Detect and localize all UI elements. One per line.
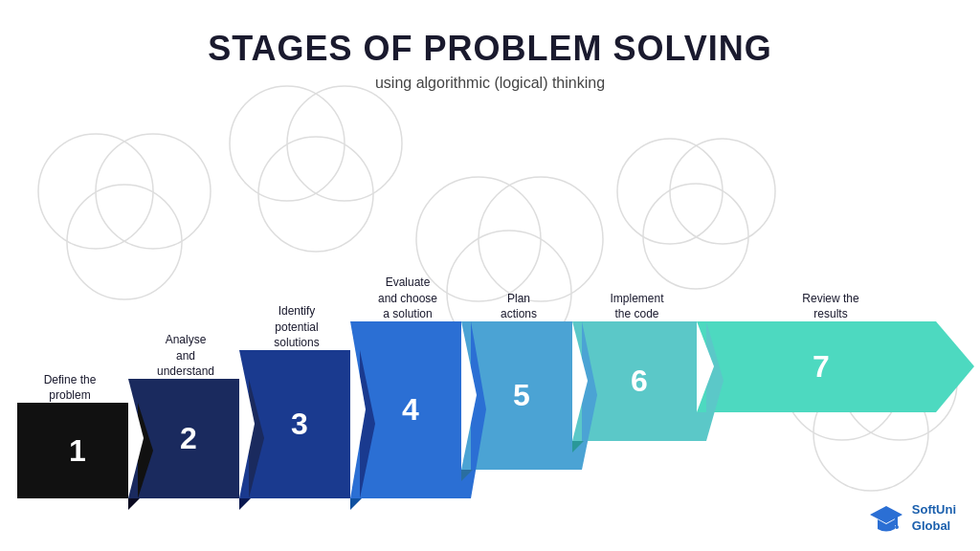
svg-point-3 <box>230 86 345 201</box>
step-7: Review theresults 7 <box>697 321 974 412</box>
main-title: STAGES OF PROBLEM SOLVING <box>0 29 980 69</box>
step-1-label: Define theproblem <box>17 372 122 403</box>
logo: SoftUniGlobal <box>868 500 956 537</box>
step-7-label: Review theresults <box>754 291 907 321</box>
step-2-label: Analyseandunderstand <box>128 332 243 379</box>
steps-container: Define theproblem 1 Analyseandunderstand… <box>17 202 963 498</box>
step-1: Define theproblem 1 <box>17 403 138 498</box>
step-4-label: Evaluateand choosea solution <box>350 275 465 321</box>
subtitle: using algorithmic (logical) thinking <box>0 75 980 92</box>
svg-point-4 <box>287 86 402 201</box>
step-7-block: 7 <box>697 321 974 412</box>
logo-text: SoftUniGlobal <box>912 502 956 535</box>
page-header: STAGES OF PROBLEM SOLVING using algorith… <box>0 0 980 101</box>
step-5-label: Planactions <box>461 291 576 321</box>
step-3-label: Identifypotentialsolutions <box>239 303 354 350</box>
graduation-cap-icon <box>868 500 904 537</box>
step-1-block: 1 <box>17 403 138 498</box>
step-6-label: Implementthe code <box>572 291 702 321</box>
